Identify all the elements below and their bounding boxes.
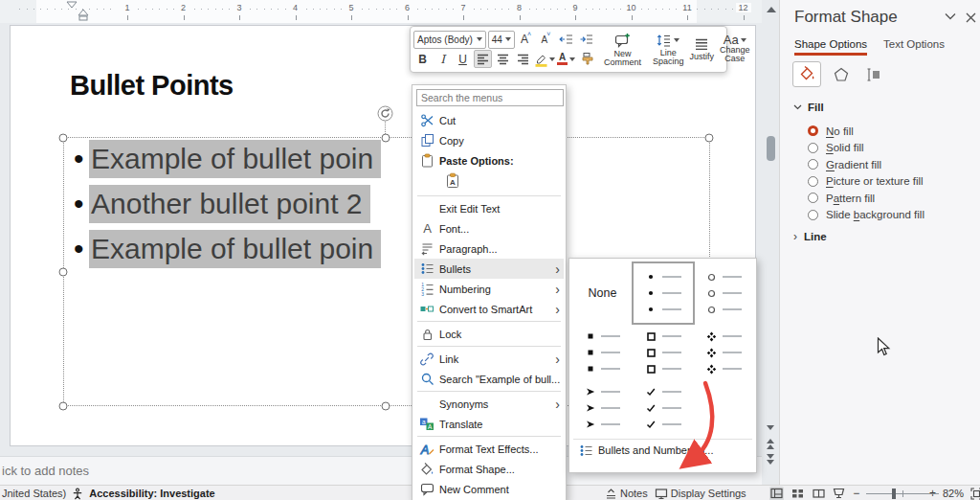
slideshow-view-button[interactable]: [833, 487, 847, 500]
bullet-line[interactable]: •Example of bullet poin: [74, 230, 381, 268]
font-size-combo[interactable]: 44: [488, 31, 515, 49]
menu-item-format-shape[interactable]: Format Shape...: [414, 459, 564, 479]
reading-view-button[interactable]: [812, 487, 826, 500]
italic-button[interactable]: I: [434, 50, 452, 68]
justify-button[interactable]: Justify: [687, 29, 718, 70]
effects-button[interactable]: [827, 61, 856, 87]
fill-section-header[interactable]: Fill: [793, 102, 824, 113]
decrease-indent-button[interactable]: [557, 31, 575, 49]
handle-bottom-left[interactable]: [59, 402, 68, 411]
scrollbar-thumb[interactable]: [767, 136, 775, 161]
next-slide-button[interactable]: [767, 454, 774, 465]
new-comment-button[interactable]: New Comment: [601, 29, 644, 70]
hanging-indent-marker[interactable]: [78, 10, 88, 15]
accessibility-status[interactable]: Accessibility: Investigate: [89, 488, 214, 499]
menu-search-input[interactable]: [416, 89, 564, 106]
fill-option-pattern-fill[interactable]: Pattern fill: [808, 190, 924, 207]
fill-option-picture-or-texture-fill[interactable]: Picture or texture fill: [808, 173, 924, 191]
bullet-line[interactable]: •Example of bullet poin: [74, 140, 381, 178]
menu-item-numbering[interactable]: 123Numbering›: [414, 279, 564, 299]
menu-item-convert-to-smartart[interactable]: Convert to SmartArt›: [414, 299, 564, 319]
zoom-out-button[interactable]: −: [853, 487, 859, 500]
fit-slide-to-window-icon[interactable]: [970, 488, 980, 500]
pentagon-icon: [833, 66, 850, 83]
menu-item-lock[interactable]: Lock: [414, 324, 564, 344]
normal-view-button[interactable]: [769, 487, 784, 500]
fill-option-slide-background-fill[interactable]: Slide background fill: [808, 207, 924, 224]
display-settings-button[interactable]: Display Settings: [655, 488, 746, 500]
highlighter-button[interactable]: [534, 50, 555, 68]
slide-title[interactable]: Bullet Points: [70, 70, 234, 102]
handle-bottom-middle[interactable]: [382, 402, 390, 411]
paste-option-keep-text-only[interactable]: A: [414, 170, 564, 193]
menu-item-format-text-effects[interactable]: AFormat Text Effects...: [414, 439, 564, 459]
bullet-style-check[interactable]: [632, 380, 695, 436]
language-status[interactable]: Jnited States): [2, 488, 66, 499]
bullet-style-arrow[interactable]: [573, 380, 632, 436]
horizontal-ruler: 123456789101112: [0, 0, 762, 23]
line-section-header[interactable]: › Line: [793, 230, 827, 243]
grow-font-button[interactable]: A˄: [517, 31, 535, 49]
left-indent-marker[interactable]: [79, 16, 87, 20]
menu-item-bullets[interactable]: Bullets›: [414, 259, 564, 279]
font-name-combo[interactable]: Aptos (Body): [413, 31, 486, 49]
handle-top-left[interactable]: [59, 134, 68, 143]
menu-item-bullets-and-numbering[interactable]: Bullets and Numbering...: [573, 440, 752, 461]
bullet-style-square-filled[interactable]: [573, 325, 632, 380]
ruler-number: 9: [569, 3, 580, 12]
slide-sorter-view-button[interactable]: [791, 487, 805, 500]
increase-indent-button[interactable]: [577, 31, 595, 49]
bullet-style-square-hollow[interactable]: [632, 325, 695, 380]
menu-item-paragraph[interactable]: Paragraph...: [414, 239, 564, 259]
menu-item-link[interactable]: Link›: [414, 349, 564, 369]
menu-separator: [417, 195, 561, 196]
ruler-tick: [127, 15, 128, 20]
bold-button[interactable]: B: [413, 50, 432, 68]
bullet-style-circle[interactable]: [695, 261, 752, 325]
bullet-line[interactable]: •Another bullet point 2: [74, 185, 381, 223]
menu-item-font[interactable]: AFont...: [414, 218, 564, 239]
tab-shape-options[interactable]: Shape Options: [794, 38, 867, 50]
menu-item-synonyms[interactable]: Synonyms›: [414, 394, 564, 414]
bullet-style-diamonds[interactable]: [695, 325, 752, 380]
previous-slide-button[interactable]: [767, 439, 774, 449]
fill-option-no-fill[interactable]: No fill: [808, 123, 924, 140]
zoom-level[interactable]: 82%: [943, 488, 964, 499]
font-color-button[interactable]: A: [557, 50, 575, 68]
shrink-font-button[interactable]: A˅: [537, 31, 555, 49]
handle-top-right[interactable]: [705, 134, 714, 143]
handle-top-middle[interactable]: [382, 134, 390, 143]
rotate-handle-icon[interactable]: [377, 105, 393, 122]
indent-markers[interactable]: [63, 0, 101, 21]
menu-item-cut[interactable]: Cut: [414, 110, 564, 130]
menu-item-search-example-of-bull[interactable]: Search "Example of bull...": [414, 369, 564, 389]
bullet-style-dot[interactable]: [632, 261, 695, 325]
menu-item-translate[interactable]: aATranslate: [414, 414, 564, 434]
zoom-slider[interactable]: [866, 487, 923, 500]
tab-text-options[interactable]: Text Options: [883, 38, 945, 50]
vertical-scrollbar[interactable]: [763, 0, 779, 485]
fill-option-gradient-fill[interactable]: Gradient fill: [808, 156, 924, 173]
first-line-indent-marker[interactable]: [67, 2, 77, 8]
align-center-button[interactable]: [494, 50, 512, 68]
scroll-down-arrow[interactable]: [767, 425, 774, 430]
size-properties-button[interactable]: [859, 61, 888, 87]
panel-collapse-icon[interactable]: [945, 12, 956, 20]
format-painter-button[interactable]: [577, 50, 595, 68]
menu-item-new-comment[interactable]: New Comment: [414, 479, 564, 499]
underline-button[interactable]: U: [454, 50, 472, 68]
zoom-slider-thumb[interactable]: [892, 489, 896, 499]
fill-option-solid-fill[interactable]: Solid fill: [808, 140, 924, 157]
menu-item-copy[interactable]: Copy: [414, 130, 564, 150]
fill-and-line-button[interactable]: [792, 61, 821, 87]
change-case-button[interactable]: Aa Change Case: [717, 29, 753, 70]
line-spacing-button[interactable]: Line Spacing: [650, 29, 687, 70]
bullet-style-none[interactable]: None: [573, 261, 632, 325]
handle-middle-left[interactable]: [59, 268, 68, 277]
change-case-icon: Aa: [724, 35, 739, 44]
menu-item-exit-edit-text[interactable]: Exit Edit Text: [414, 198, 564, 218]
notes-button[interactable]: Notes: [605, 488, 648, 500]
align-left-button[interactable]: [474, 50, 492, 68]
panel-close-icon[interactable]: [966, 12, 976, 23]
align-right-button[interactable]: [514, 50, 532, 68]
